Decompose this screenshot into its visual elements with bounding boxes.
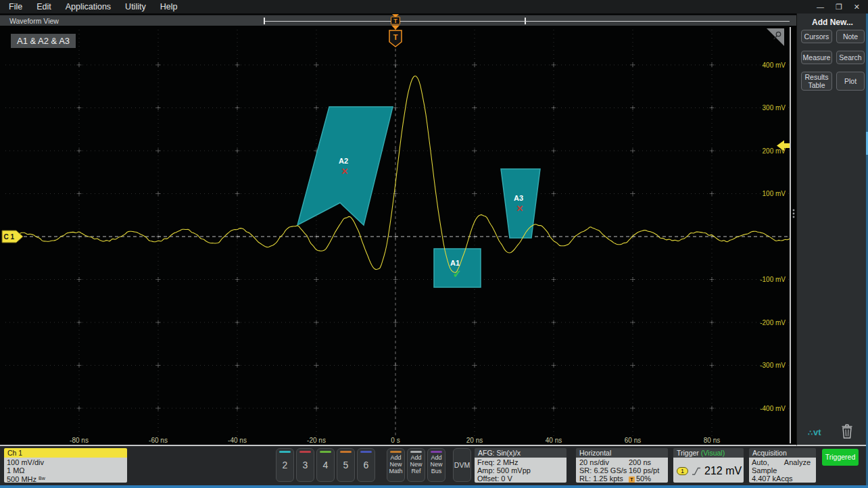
add-new-panel: Add New... Cursors Note Measure Search R…	[796, 14, 868, 446]
math-color-stripe	[390, 451, 402, 453]
visual-trigger-expression-badge[interactable]: A1 & A2 & A3	[11, 34, 76, 48]
acquisition-mode: Auto,	[752, 458, 769, 466]
close-icon[interactable]: ✕	[854, 3, 860, 11]
x-axis-label: -20 ns	[307, 437, 326, 444]
acquisition-badge[interactable]: Acquisition Auto, Analyze Sample 4.407 k…	[749, 448, 816, 483]
plot-button[interactable]: Plot	[836, 72, 865, 91]
x-axis-label: 80 ns	[704, 437, 720, 444]
dvm-button[interactable]: DVM	[453, 448, 471, 482]
trigger-badge[interactable]: Trigger (Visual) 1 212 mV	[673, 448, 744, 483]
measure-button[interactable]: Measure	[801, 51, 832, 64]
maximize-icon[interactable]: ❐	[836, 3, 842, 11]
menu-item-applications[interactable]: Applications	[66, 2, 111, 11]
afg-freq: Freq: 2 MHz	[477, 458, 566, 466]
acquisition-badge-header: Acquisition	[749, 448, 816, 458]
channel2-button[interactable]: 2	[276, 448, 294, 482]
channel4-color-stripe	[320, 451, 331, 453]
channel1-bandwidth: 500 MHz	[7, 475, 37, 483]
channel1-badge-header: Ch 1	[4, 448, 127, 458]
horizontal-resolution: 160 ps/pt	[629, 466, 667, 474]
horizontal-record-length: RL: 1.25 kpts	[579, 474, 629, 483]
y-axis-label: -400 mV	[760, 405, 786, 412]
channel2-color-stripe	[279, 451, 291, 453]
splitter-handle-dot[interactable]	[793, 216, 795, 218]
channel1-scale: 100 mV/div	[7, 458, 127, 466]
bus-color-stripe	[431, 451, 442, 453]
x-axis-label: -60 ns	[149, 437, 168, 444]
y-axis-label: -300 mV	[760, 362, 786, 369]
results-table-button[interactable]: Results Table	[801, 72, 832, 91]
afg-offset: Offset: 0 V	[477, 474, 566, 483]
y-axis-label: -100 mV	[760, 276, 786, 283]
channel6-color-stripe	[360, 451, 372, 453]
menu-item-utility[interactable]: Utility	[125, 2, 146, 11]
horizontal-badge[interactable]: Horizontal 20 ns/div SR: 6.25 GS/s RL: 1…	[576, 448, 668, 483]
add-new-bus-button[interactable]: AddNewBus	[427, 448, 445, 482]
afg-badge[interactable]: AFG: Sin(x)/x Freq: 2 MHz Amp: 500 mVpp …	[475, 448, 566, 483]
acquisition-count: 4.407 kAcqs	[752, 474, 816, 483]
add-new-math-button[interactable]: AddNewMath	[387, 448, 405, 482]
channel1-badge[interactable]: Ch 1 100 mV/div 1 MΩ 500 MHz Bw	[4, 448, 127, 483]
note-button[interactable]: Note	[836, 30, 865, 43]
acquisition-sample-mode: Sample	[752, 466, 816, 474]
channel6-button[interactable]: 6	[357, 448, 375, 482]
zone-pass-check-icon-A1: ✓	[452, 268, 461, 280]
x-axis-label: -40 ns	[228, 437, 247, 444]
channel1-ground-tag-label: C 1	[4, 233, 15, 241]
trash-icon[interactable]	[840, 423, 854, 439]
trigger-badge-header: Trigger (Visual)	[673, 448, 744, 458]
channel3-color-stripe	[299, 451, 311, 453]
menu-item-edit[interactable]: Edit	[37, 2, 51, 11]
x-axis-label: 0 s	[391, 437, 400, 444]
horizontal-position: 50%	[636, 474, 651, 483]
search-button[interactable]: Search	[836, 51, 865, 64]
zone-label-A3: A3	[514, 194, 523, 202]
y-axis-label: 400 mV	[763, 62, 786, 69]
y-axis-label: 100 mV	[763, 190, 786, 197]
visual-trigger-icon[interactable]: ∴vt	[808, 427, 821, 437]
menu-item-help[interactable]: Help	[160, 2, 178, 11]
menu-item-file[interactable]: File	[9, 2, 22, 11]
horizontal-sample-rate: SR: 6.25 GS/s	[579, 466, 629, 474]
svg-text:T: T	[393, 33, 398, 41]
cursors-button[interactable]: Cursors	[801, 30, 832, 43]
channel5-button[interactable]: 5	[337, 448, 355, 482]
minimize-icon[interactable]: —	[817, 3, 824, 11]
add-new-title: Add New...	[797, 18, 868, 27]
x-axis-label: 60 ns	[625, 437, 641, 444]
channel1-impedance: 1 MΩ	[7, 466, 127, 474]
menu-bar: File Edit Applications Utility Help — ❐ …	[0, 0, 868, 14]
y-axis-label: -200 mV	[760, 319, 786, 326]
trigger-source-badge: 1	[677, 467, 688, 475]
window-bottom-edge	[0, 485, 868, 488]
acquisition-analyze: Analyze	[784, 458, 811, 466]
svg-text:T: T	[393, 18, 397, 24]
triggered-status-indicator: Triggered	[822, 449, 859, 466]
trigger-mode: (Visual)	[701, 449, 725, 457]
trigger-caret-icon	[391, 26, 400, 30]
add-new-ref-button[interactable]: AddNewRef	[407, 448, 425, 482]
x-axis-label: -80 ns	[70, 437, 89, 444]
zone-fail-x-icon-A3: ✕	[516, 203, 524, 214]
splitter-handle-dot[interactable]	[793, 210, 795, 212]
channel5-color-stripe	[340, 451, 352, 453]
channel1-waveform	[5, 76, 790, 272]
trigger-position-icon: T	[629, 477, 635, 483]
rising-edge-icon	[692, 466, 701, 476]
channel3-button[interactable]: 3	[296, 448, 314, 482]
waveform-view: Waveform View A1 & A2 & A3 A2✕A1✓A3✕400 …	[0, 14, 796, 446]
zone-label-A2: A2	[339, 157, 348, 165]
splitter-handle-dot[interactable]	[793, 213, 795, 215]
horizontal-scale: 20 ns/div	[579, 458, 629, 466]
channel4-button[interactable]: 4	[316, 448, 335, 482]
afg-badge-header: AFG: Sin(x)/x	[475, 448, 566, 458]
horizontal-window: 200 ns	[629, 458, 667, 466]
ref-color-stripe	[410, 451, 422, 453]
y-axis-label: 300 mV	[763, 104, 786, 112]
zone-label-A1: A1	[450, 259, 460, 267]
graticule-right-border	[790, 27, 791, 443]
horizontal-badge-header: Horizontal	[576, 448, 668, 458]
bandwidth-limit-icon: Bw	[39, 476, 45, 481]
trigger-level-value: 212 mV	[704, 465, 742, 477]
graticule: A2✕A1✓A3✕400 mV300 mV200 mV100 mV-100 mV…	[0, 14, 796, 446]
